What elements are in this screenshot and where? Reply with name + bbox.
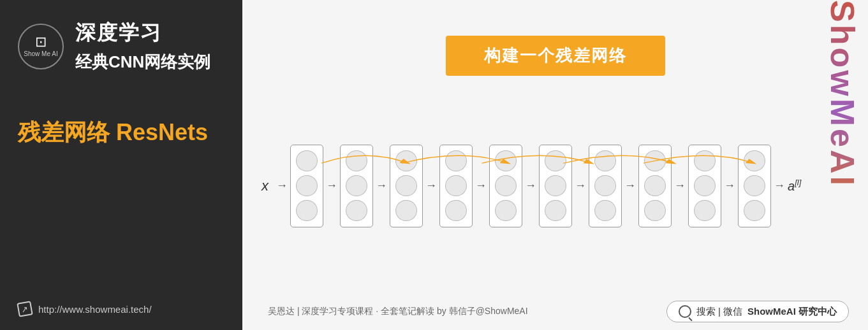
nn-node bbox=[395, 150, 417, 171]
nn-node bbox=[346, 200, 367, 221]
nn-block-2-col-1 bbox=[390, 145, 423, 227]
nn-node bbox=[296, 150, 318, 171]
nn-node bbox=[495, 175, 517, 196]
nn-node bbox=[694, 150, 716, 171]
title-line1: 深度学习 bbox=[75, 19, 210, 47]
logo-circle: ⊡ Show Me AI bbox=[18, 24, 64, 69]
logo-text: Show Me AI bbox=[24, 50, 57, 57]
bottom-bar: 吴恩达 | 深度学习专项课程 · 全套笔记解读 by 韩信子@ShowMeAI … bbox=[242, 296, 868, 330]
nn-block-5-col-1 bbox=[688, 145, 721, 227]
nn-node bbox=[346, 150, 367, 171]
arrow-1: → bbox=[326, 179, 337, 192]
search-icon bbox=[679, 305, 691, 318]
logo-icon: ⊡ bbox=[35, 35, 47, 49]
wechat-label: ShowMeAI 研究中心 bbox=[747, 306, 837, 318]
main-content: 构建一个残差网络 bbox=[242, 0, 868, 330]
nn-node bbox=[296, 200, 318, 221]
logo-area: ⊡ Show Me AI 深度学习 经典CNN网络实例 bbox=[18, 19, 224, 73]
arrow-3: → bbox=[425, 179, 437, 192]
arrow-6: → bbox=[575, 179, 586, 192]
nn-node bbox=[346, 175, 367, 196]
arrow-9: → bbox=[724, 179, 735, 192]
search-text: 搜索 | 微信 bbox=[696, 306, 742, 318]
arrow-5: → bbox=[525, 179, 536, 192]
nn-node bbox=[445, 200, 467, 221]
nn-node bbox=[495, 200, 517, 221]
nn-node bbox=[744, 200, 765, 221]
url-icon: ↗ bbox=[17, 301, 33, 317]
nn-node bbox=[445, 150, 467, 171]
nn-block-1-col-1 bbox=[290, 145, 323, 227]
output-label: a[l] bbox=[788, 178, 801, 194]
arrow-2: → bbox=[376, 179, 387, 192]
nn-node bbox=[694, 200, 716, 221]
search-badge: 搜索 | 微信 ShowMeAI 研究中心 bbox=[666, 301, 849, 322]
nn-node bbox=[495, 150, 517, 171]
arrow-0: → bbox=[276, 179, 288, 192]
nn-block-3-col-2 bbox=[539, 145, 572, 227]
sidebar-subtitle: 残差网络 ResNets bbox=[18, 118, 224, 148]
nn-node bbox=[545, 150, 566, 171]
nn-node bbox=[694, 175, 716, 196]
nn-node bbox=[644, 175, 666, 196]
nn-node bbox=[644, 150, 666, 171]
sidebar-title: 深度学习 经典CNN网络实例 bbox=[75, 19, 210, 73]
banner-text: 构建一个残差网络 bbox=[484, 46, 627, 65]
input-label: x bbox=[261, 178, 268, 194]
diagram-wrapper: x → → → → bbox=[261, 145, 842, 227]
nn-node bbox=[644, 200, 666, 221]
sidebar-url: ↗ http://www.showmeai.tech/ bbox=[18, 302, 152, 316]
bottom-credit: 吴恩达 | 深度学习专项课程 · 全套笔记解读 by 韩信子@ShowMeAI bbox=[268, 306, 528, 317]
nn-block-5-col-2 bbox=[738, 145, 771, 227]
nn-block-1-col-2 bbox=[340, 145, 373, 227]
nn-node bbox=[744, 150, 765, 171]
nn-block-4-col-1 bbox=[589, 145, 622, 227]
nn-node bbox=[744, 175, 765, 196]
nn-node bbox=[395, 200, 417, 221]
url-text: http://www.showmeai.tech/ bbox=[38, 304, 152, 315]
diagram-area: x → → → → bbox=[242, 76, 868, 296]
nn-block-3-col-1 bbox=[489, 145, 522, 227]
nn-block-4-col-2 bbox=[638, 145, 672, 227]
nn-node bbox=[594, 175, 616, 196]
sidebar: ⊡ Show Me AI 深度学习 经典CNN网络实例 残差网络 ResNets… bbox=[0, 0, 242, 330]
nn-node bbox=[545, 175, 566, 196]
nn-node bbox=[594, 150, 616, 171]
nn-node bbox=[395, 175, 417, 196]
banner: 构建一个残差网络 bbox=[446, 36, 665, 76]
nn-node bbox=[594, 200, 616, 221]
nn-node bbox=[445, 175, 467, 196]
arrow-4: → bbox=[475, 179, 487, 192]
nn-node bbox=[545, 200, 566, 221]
arrow-7: → bbox=[624, 179, 636, 192]
title-line2: 经典CNN网络实例 bbox=[75, 51, 210, 73]
arrow-10: → bbox=[774, 179, 785, 192]
nn-node bbox=[296, 175, 318, 196]
banner-wrapper: 构建一个残差网络 bbox=[242, 0, 868, 76]
arrow-8: → bbox=[674, 179, 686, 192]
nn-block-2-col-2 bbox=[439, 145, 473, 227]
